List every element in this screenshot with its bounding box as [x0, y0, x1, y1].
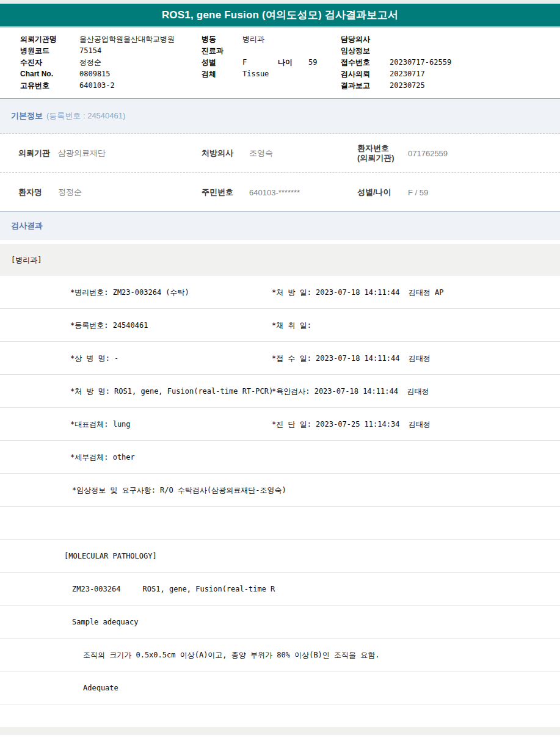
- field-department: 진료과: [202, 45, 317, 57]
- results-heading: 검사결과: [11, 220, 43, 231]
- field-label: 고유번호: [20, 80, 79, 92]
- result-right: *육안검사: 2023-07-18 14:11:44 김태정: [272, 386, 429, 396]
- field-value: 640103-2: [79, 81, 115, 90]
- result-left: *등록번호: 24540461: [70, 320, 148, 330]
- result-right: *진 단 일: 2023-07-25 11:14:34 김태정: [272, 419, 431, 429]
- field-label: 수진자: [20, 57, 79, 68]
- bottom-margin-strip: [0, 727, 560, 735]
- field-label: 결과보고: [341, 80, 390, 92]
- basic-info-heading: 기본정보: [11, 110, 43, 121]
- field-value: 울산공업학원울산대학교병원: [79, 35, 175, 43]
- field-label: 검체: [202, 68, 242, 80]
- field-value: 75154: [79, 46, 101, 55]
- result-row-detail-specimen: *세부검체: other: [0, 441, 560, 474]
- patient-header-left-group: 의뢰기관명울산공업학원울산대학교병원 병원코드75154 수진자정정순 Char…: [20, 34, 175, 92]
- field-label: 진료과: [202, 45, 242, 57]
- field-value: 59: [308, 58, 317, 67]
- label-line-1: 환자번호: [357, 143, 395, 153]
- field-label: 의뢰기관명: [20, 34, 79, 45]
- result-row-pathology-no: *병리번호: ZM23-003264 (수탁)*처 방 일: 2023-07-1…: [0, 276, 560, 309]
- field-unique-no: 고유번호640103-2: [20, 80, 175, 92]
- value-patient-number: 071762559: [408, 148, 448, 157]
- field-label: 담당의사: [341, 34, 390, 45]
- result-right: *접 수 일: 2023-07-18 14:11:44 김태정: [272, 353, 431, 363]
- value-prescribing-doctor: 조영숙: [249, 148, 273, 159]
- result-left: *병리번호: ZM23-003264 (수탁): [70, 287, 189, 297]
- field-value: 병리과: [242, 35, 264, 43]
- result-right: *처 방 일: 2023-07-18 14:11:44 김태정 AP: [272, 287, 444, 297]
- field-label: Chart No.: [20, 68, 79, 80]
- field-hospital-code: 병원코드75154: [20, 45, 175, 57]
- label-line-2: (의뢰기관): [357, 153, 395, 163]
- field-label: 접수번호: [341, 57, 390, 68]
- result-left: Sample adequacy: [72, 618, 138, 626]
- result-row-test-id: ZM23-003264 ROS1, gene, Fusion(real-time…: [0, 573, 560, 606]
- result-row-prescription-name: *처 방 명: ROS1, gene, Fusion(real-time RT-…: [0, 375, 560, 408]
- result-row-sample-criteria: 조직의 크기가 0.5x0.5cm 이상(A)이고, 종양 부위가 80% 이상…: [0, 639, 560, 671]
- spacer: [0, 240, 560, 244]
- field-specimen: 검체Tissue: [202, 68, 317, 80]
- report-title-bar: ROS1, gene Fusion (여의도성모) 검사결과보고서: [0, 4, 560, 27]
- result-row-empty: [0, 507, 560, 540]
- result-row-empty-last: [0, 704, 560, 727]
- result-left: *세부검체: other: [70, 452, 135, 462]
- field-clinical-info: 임상정보: [341, 45, 451, 57]
- result-left: *임상정보 및 요구사항: R/O 수탁검사(삼광의료재단-조영숙): [72, 485, 286, 495]
- field-receipt-no: 접수번호20230717-62559: [341, 57, 451, 68]
- label-prescribing-doctor: 처방의사: [202, 148, 233, 159]
- field-label: 검사의뢰: [341, 68, 390, 80]
- field-label: 성별: [202, 57, 242, 68]
- field-result-report-date: 결과보고20230725: [341, 80, 451, 92]
- label-requesting-org: 의뢰기관: [18, 148, 50, 159]
- result-left: Adequate: [83, 684, 118, 692]
- result-left: [MOLECULAR PATHOLOGY]: [64, 552, 157, 560]
- field-requesting-org: 의뢰기관명울산공업학원울산대학교병원: [20, 34, 175, 45]
- result-left: *상 병 명: -: [70, 353, 118, 363]
- result-left: 조직의 크기가 0.5x0.5cm 이상(A)이고, 종양 부위가 80% 이상…: [83, 649, 380, 660]
- value-resident-number: 640103-*******: [249, 187, 300, 197]
- field-value: 정정순: [79, 58, 101, 67]
- result-row-adequate: Adequate: [0, 671, 560, 704]
- patient-header: 의뢰기관명울산공업학원울산대학교병원 병원코드75154 수진자정정순 Char…: [0, 27, 560, 99]
- result-left: ZM23-003264 ROS1, gene, Fusion(real-time…: [72, 585, 275, 593]
- patient-header-right-group: 담당의사 임상정보 접수번호20230717-62559 검사의뢰2023071…: [341, 34, 451, 92]
- result-right: *채 취 일:: [272, 320, 311, 330]
- department-label: [병리과]: [11, 255, 42, 266]
- result-row-clinical-request: *임상정보 및 요구사항: R/O 수탁검사(삼광의료재단-조영숙): [0, 474, 560, 507]
- field-label: 임상정보: [341, 45, 390, 57]
- result-row-molecular-pathology: [MOLECULAR PATHOLOGY]: [0, 540, 560, 573]
- label-patient-number: 환자번호(의뢰기관): [357, 143, 395, 163]
- value-patient-name: 정정순: [58, 187, 82, 198]
- basic-info-row-1: 의뢰기관 삼광의료재단 처방의사 조영숙 환자번호(의뢰기관) 07176255…: [0, 134, 560, 173]
- field-value: 20230717-62559: [390, 58, 451, 67]
- field-value: 0809815: [79, 70, 111, 78]
- field-value: Tissue: [242, 70, 269, 78]
- result-rows: *병리번호: ZM23-003264 (수탁)*처 방 일: 2023-07-1…: [0, 276, 560, 727]
- field-ward: 병동병리과: [202, 34, 317, 45]
- field-value: 20230717: [390, 70, 425, 78]
- field-label: 병동: [202, 34, 242, 45]
- registration-number: (등록번호 : 24540461): [46, 110, 125, 121]
- field-examinee: 수진자정정순: [20, 57, 175, 68]
- field-value: F: [242, 57, 278, 68]
- result-left: *처 방 명: ROS1, gene, Fusion(real-time RT-…: [70, 386, 273, 396]
- label-resident-number: 주민번호: [202, 187, 233, 198]
- result-row-sample-adequacy-title: Sample adequacy: [0, 606, 560, 639]
- patient-header-middle-group: 병동병리과 진료과 성별F나이59 검체Tissue: [202, 34, 317, 80]
- label-sex-age: 성별/나이: [357, 187, 391, 198]
- value-sex-age: F / 59: [408, 187, 428, 197]
- field-chart-no: Chart No.0809815: [20, 68, 175, 80]
- field-label: 병원코드: [20, 45, 79, 57]
- results-section-header: 검사결과: [0, 211, 560, 240]
- field-test-request-date: 검사의뢰20230717: [341, 68, 451, 80]
- result-row-representative-specimen: *대표검체: lung*진 단 일: 2023-07-25 11:14:34 김…: [0, 408, 560, 441]
- result-left: *대표검체: lung: [70, 419, 131, 429]
- report-title: ROS1, gene Fusion (여의도성모) 검사결과보고서: [162, 9, 398, 21]
- field-sex-age: 성별F나이59: [202, 57, 317, 68]
- basic-info-section-header: 기본정보 (등록번호 : 24540461): [0, 99, 560, 134]
- label-patient-name: 환자명: [18, 187, 42, 198]
- field-label: 나이: [278, 57, 308, 68]
- result-row-diagnosis-name: *상 병 명: -*접 수 일: 2023-07-18 14:11:44 김태정: [0, 342, 560, 375]
- department-row: [병리과]: [0, 244, 560, 276]
- field-value: 20230725: [390, 81, 425, 90]
